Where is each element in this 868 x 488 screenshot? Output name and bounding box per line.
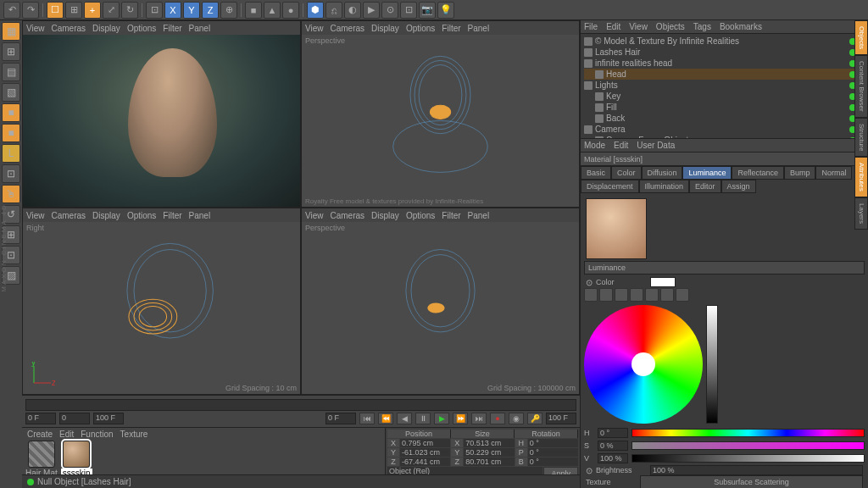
- attr-tab[interactable]: Diffusion: [642, 166, 683, 180]
- workplane-icon[interactable]: ▤: [2, 63, 20, 81]
- texture-mode-icon[interactable]: ⊞: [2, 42, 20, 61]
- goto-end-btn[interactable]: ⏭: [471, 413, 487, 424]
- tool-icon[interactable]: ▧: [2, 83, 20, 102]
- attr-tab[interactable]: Normal: [815, 166, 852, 180]
- vp-menu-item[interactable]: Filter: [442, 24, 460, 33]
- tree-item[interactable]: Camera Focus Object: [584, 135, 865, 138]
- select-btn[interactable]: ☐: [47, 2, 64, 19]
- nurbs-btn[interactable]: ◐: [344, 2, 361, 19]
- deformer-btn[interactable]: ⊙: [381, 2, 398, 19]
- vp-menu-item[interactable]: Display: [371, 211, 399, 220]
- vp-menu-item[interactable]: View: [26, 24, 45, 33]
- spline-btn[interactable]: ⎌: [326, 2, 342, 19]
- attr-tab[interactable]: Luminance: [682, 166, 732, 180]
- color-wheel[interactable]: [584, 305, 703, 424]
- play-btn[interactable]: ▶: [434, 413, 449, 424]
- attr-menu-item[interactable]: Edit: [614, 141, 628, 150]
- light-btn[interactable]: 💡: [437, 2, 454, 19]
- obj-menu-item[interactable]: Objects: [656, 22, 685, 31]
- camera-btn[interactable]: 📷: [419, 2, 436, 19]
- side-tab[interactable]: Attributes: [854, 157, 868, 197]
- brightness-field[interactable]: 100 %: [650, 465, 863, 475]
- obj-menu-item[interactable]: Bookmarks: [720, 22, 762, 31]
- material-swatch[interactable]: [63, 441, 90, 468]
- attr-tab[interactable]: Assign: [721, 180, 756, 193]
- vp-menu-item[interactable]: Panel: [189, 24, 211, 33]
- vp-menu-item[interactable]: Cameras: [331, 24, 365, 33]
- edge-mode-icon[interactable]: ■: [2, 124, 20, 142]
- tree-item[interactable]: Back: [584, 113, 865, 124]
- hsv-field[interactable]: 100 %: [598, 453, 628, 463]
- vp-menu-item[interactable]: View: [305, 24, 324, 33]
- tool-btn[interactable]: ⊡: [146, 2, 163, 19]
- range-end-field[interactable]: 100 F: [546, 413, 576, 424]
- picker-tool-icon[interactable]: [660, 288, 674, 302]
- autokey-btn[interactable]: ◉: [509, 413, 524, 424]
- material-swatch[interactable]: [28, 441, 55, 468]
- picker-tool-icon[interactable]: [599, 288, 613, 302]
- key-btn[interactable]: 🔑: [527, 413, 542, 424]
- move-btn[interactable]: +: [84, 2, 101, 19]
- pos-y-field[interactable]: -61.023 cm: [400, 448, 450, 457]
- side-tab[interactable]: Structure: [854, 118, 868, 157]
- tree-item[interactable]: infinite realities head: [584, 58, 865, 69]
- record-btn[interactable]: ●: [490, 413, 505, 424]
- goto-start-btn[interactable]: ⏮: [359, 413, 375, 424]
- viewport-3[interactable]: View Cameras Display Options Filter Pane…: [22, 208, 301, 395]
- scale-btn[interactable]: ⤢: [103, 2, 120, 19]
- viewport-canvas[interactable]: Perspective Grid Spacing : 100000 cm: [302, 222, 579, 394]
- viewport-canvas[interactable]: Perspective Royalty Free model & texture…: [302, 35, 579, 207]
- vp-menu-item[interactable]: Display: [92, 211, 120, 220]
- vp-menu-item[interactable]: Panel: [468, 24, 490, 33]
- tree-item[interactable]: Fill: [584, 102, 865, 113]
- vp-menu-item[interactable]: Options: [127, 24, 156, 33]
- vp-menu-item[interactable]: View: [305, 211, 324, 220]
- pos-z-field[interactable]: -67.441 cm: [400, 458, 450, 466]
- vp-menu-item[interactable]: Options: [406, 24, 435, 33]
- picker-tool-icon[interactable]: [676, 288, 689, 302]
- tool-icon[interactable]: ⊡: [2, 164, 20, 183]
- y-axis-btn[interactable]: Y: [183, 2, 200, 19]
- object-tree[interactable]: © Model & Texture By Infinite RealitiesL…: [581, 34, 868, 138]
- vp-menu-item[interactable]: Cameras: [331, 211, 365, 220]
- redo-btn[interactable]: ↷: [22, 2, 39, 19]
- cube-btn[interactable]: ⬢: [307, 2, 324, 19]
- rotate-btn[interactable]: ↻: [121, 2, 138, 19]
- x-axis-btn[interactable]: X: [164, 2, 181, 19]
- picker-tool-icon[interactable]: [615, 288, 628, 302]
- mat-menu-item[interactable]: Edit: [59, 430, 74, 439]
- attr-tab[interactable]: Displacement: [581, 180, 639, 193]
- vp-menu-item[interactable]: Filter: [442, 211, 460, 220]
- vp-menu-item[interactable]: Panel: [189, 211, 211, 220]
- tree-item[interactable]: Head: [584, 69, 865, 80]
- render-btn[interactable]: ■: [245, 2, 262, 19]
- hsv-slider[interactable]: [632, 441, 865, 450]
- tree-item[interactable]: © Model & Texture By Infinite Realities: [584, 36, 865, 47]
- color-swatch[interactable]: [650, 277, 676, 287]
- vp-menu-item[interactable]: Cameras: [52, 211, 86, 220]
- vp-menu-item[interactable]: Filter: [163, 24, 181, 33]
- side-tab[interactable]: Content Browser: [854, 55, 868, 118]
- attr-tab[interactable]: Bump: [784, 166, 816, 180]
- tree-item[interactable]: Key: [584, 91, 865, 102]
- size-x-field[interactable]: 70.513 cm: [464, 439, 514, 447]
- world-btn[interactable]: ⊕: [220, 2, 237, 19]
- picker-tool-icon[interactable]: [645, 288, 659, 302]
- hsv-field[interactable]: 0 °: [598, 428, 628, 438]
- obj-menu-item[interactable]: Tags: [693, 22, 711, 31]
- vp-menu-item[interactable]: Display: [371, 24, 399, 33]
- rot-h-field[interactable]: 0 °: [528, 439, 578, 447]
- frame-field[interactable]: 0: [59, 413, 90, 424]
- start-frame-field[interactable]: 0 F: [25, 413, 56, 424]
- viewport-2[interactable]: View Cameras Display Options Filter Pane…: [301, 20, 580, 208]
- hsv-field[interactable]: 0 %: [598, 441, 628, 451]
- hsv-slider[interactable]: [632, 454, 865, 463]
- play-back-btn[interactable]: ◀: [397, 413, 412, 424]
- vp-menu-item[interactable]: Options: [406, 211, 435, 220]
- tool-btn[interactable]: ⊞: [65, 2, 82, 19]
- viewport-canvas[interactable]: Right yz Grid Spacing : 10 cm: [23, 222, 300, 394]
- mat-menu-item[interactable]: Function: [81, 430, 113, 439]
- viewport-1[interactable]: View Cameras Display Options Filter Pane…: [22, 20, 301, 208]
- attr-menu-item[interactable]: User Data: [637, 141, 675, 150]
- attr-tab[interactable]: Illumination: [639, 180, 690, 193]
